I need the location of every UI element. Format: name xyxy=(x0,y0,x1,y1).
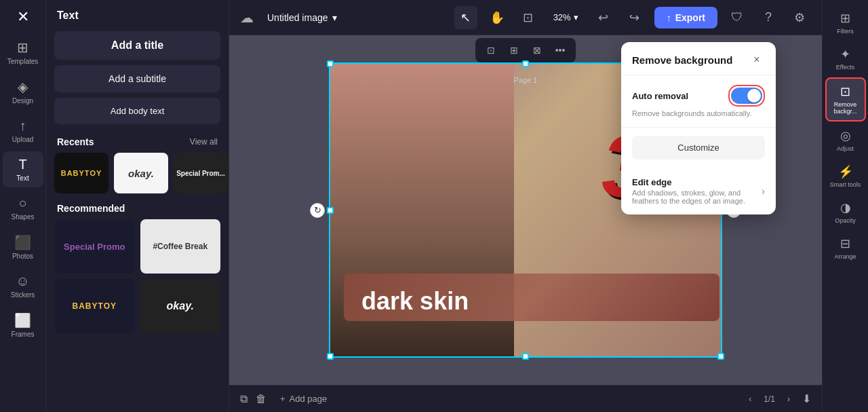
recent-item-special[interactable]: Special Prom... xyxy=(174,153,228,193)
document-title-button[interactable]: Untitled image ▾ xyxy=(262,10,342,26)
rec-item-okay2[interactable]: okay. xyxy=(140,279,221,333)
recents-section-header: Recents View all xyxy=(46,127,229,153)
sidebar-item-label: Stickers xyxy=(11,291,35,299)
handle-middle-left[interactable] xyxy=(327,207,334,214)
text-icon: T xyxy=(18,157,26,172)
main-area: ☁ Untitled image ▾ ↖ ✋ ⊡ 32% ▾ ↩ ↪ ↑ Exp… xyxy=(229,0,822,412)
redo-button[interactable]: ↪ xyxy=(623,6,646,29)
delete-page-icon[interactable]: 🗑 xyxy=(256,393,267,405)
app-logo[interactable]: ✕ xyxy=(17,8,29,26)
next-page-button[interactable]: › xyxy=(781,391,797,407)
handle-top-left[interactable] xyxy=(327,60,334,67)
edit-edge-chevron-right: › xyxy=(762,185,765,198)
sidebar-item-photos[interactable]: ⬛ Photos xyxy=(3,229,43,265)
customize-button[interactable]: Customize xyxy=(632,136,765,160)
recent-item-okay[interactable]: okay. xyxy=(114,153,168,193)
toggle-knob xyxy=(747,89,761,102)
right-item-opacity[interactable]: ◑ Opacity xyxy=(825,195,866,229)
bottom-right: ‹ 1/1 › ⬇ xyxy=(742,391,811,407)
recommended-title: Recommended xyxy=(57,203,125,214)
prev-page-button[interactable]: ‹ xyxy=(742,391,758,407)
dark-skin-area: dark skin xyxy=(361,282,709,321)
document-title-chevron: ▾ xyxy=(332,12,337,23)
adjust-icon: ◎ xyxy=(840,128,851,143)
download-icon[interactable]: ⬇ xyxy=(802,392,811,405)
add-subtitle-button[interactable]: Add a subtitle xyxy=(54,65,220,92)
right-item-label: Remove backgr... xyxy=(831,101,861,115)
export-label: Export xyxy=(675,12,705,23)
crop-button[interactable]: ⊡ xyxy=(481,41,501,60)
sidebar-item-shapes[interactable]: ○ Shapes xyxy=(3,190,43,226)
smart-tools-icon: ⚡ xyxy=(838,164,853,179)
add-page-button[interactable]: + Add page xyxy=(275,391,332,407)
right-item-label: Filters xyxy=(837,28,854,35)
handle-top-middle[interactable] xyxy=(522,60,529,67)
hand-tool-button[interactable]: ✋ xyxy=(486,6,509,29)
panel-close-button[interactable]: × xyxy=(749,52,765,68)
select-tool-button[interactable]: ↖ xyxy=(454,6,477,29)
export-button[interactable]: ↑ Export xyxy=(654,7,717,29)
sidebar-item-upload[interactable]: ↑ Upload xyxy=(3,113,43,149)
handle-bottom-middle[interactable] xyxy=(522,353,529,360)
view-all-link[interactable]: View all xyxy=(190,137,218,147)
handle-bottom-left[interactable] xyxy=(327,353,334,360)
frame-tool-button[interactable]: ⊡ xyxy=(517,6,540,29)
sidebar-item-text[interactable]: T Text xyxy=(3,151,43,187)
edit-edge-content: Edit edge Add shadows, strokes, glow, an… xyxy=(632,177,762,205)
grid-button[interactable]: ⊞ xyxy=(504,41,524,60)
settings-icon[interactable]: ⚙ xyxy=(788,6,811,29)
right-sidebar: ⊞ Filters ✦ Effects ⊡ Remove backgr... ◎… xyxy=(822,0,868,412)
zoom-control[interactable]: 32% ▾ xyxy=(548,10,584,25)
bottom-left: ⧉ 🗑 + Add page xyxy=(240,391,332,407)
sidebar-item-label: Text xyxy=(16,174,28,182)
rec-item-coffee[interactable]: #Coffee Break xyxy=(140,219,221,274)
auto-removal-title: Auto removal xyxy=(632,91,688,101)
auto-removal-toggle[interactable] xyxy=(731,88,762,104)
add-body-button[interactable]: Add body text xyxy=(54,98,220,124)
help-icon[interactable]: ? xyxy=(757,6,780,29)
right-item-remove-bg[interactable]: ⊡ Remove backgr... xyxy=(825,77,866,121)
right-item-effects[interactable]: ✦ Effects xyxy=(825,41,866,76)
undo-button[interactable]: ↩ xyxy=(592,6,615,29)
right-item-adjust[interactable]: ◎ Adjust xyxy=(825,123,866,157)
shield-icon[interactable]: 🛡 xyxy=(726,6,749,29)
cloud-icon[interactable]: ☁ xyxy=(240,10,254,26)
zoom-level: 32% xyxy=(553,12,571,22)
upload-icon: ↑ xyxy=(20,118,26,134)
more-options-button[interactable]: ••• xyxy=(550,41,570,60)
auto-removal-toggle-container[interactable] xyxy=(728,85,765,107)
shapes-icon: ○ xyxy=(18,195,26,211)
rotate-handle-left[interactable]: ↻ xyxy=(310,203,325,218)
sidebar-item-design[interactable]: ◈ Design xyxy=(3,73,43,110)
flip-button[interactable]: ⊠ xyxy=(527,41,547,60)
sidebar-item-templates[interactable]: ⊞ Templates xyxy=(3,34,43,71)
recommended-grid: Special Promo #Coffee Break BABYTOY okay… xyxy=(46,219,229,333)
page-label: Page 1 xyxy=(514,76,538,84)
templates-icon: ⊞ xyxy=(17,39,28,56)
right-item-arrange[interactable]: ⊟ Arrange xyxy=(825,231,866,265)
rec-item-babytoy2[interactable]: BABYTOY xyxy=(54,279,135,333)
photos-icon: ⬛ xyxy=(14,234,31,250)
right-item-label: Effects xyxy=(836,64,854,71)
copy-page-icon[interactable]: ⧉ xyxy=(240,393,248,405)
sidebar-item-label: Templates xyxy=(7,58,39,65)
sidebar-item-label: Shapes xyxy=(12,213,35,221)
sidebar-item-label: Frames xyxy=(12,331,35,338)
add-title-button[interactable]: Add a title xyxy=(54,31,220,60)
zoom-chevron: ▾ xyxy=(574,12,578,22)
opacity-icon: ◑ xyxy=(840,200,851,215)
recommended-section-header: Recommended xyxy=(46,193,229,219)
right-item-label: Adjust xyxy=(837,145,854,152)
recent-item-babytoy[interactable]: BABYTOY xyxy=(54,153,108,193)
right-item-smart-tools[interactable]: ⚡ Smart tools xyxy=(825,159,866,193)
handle-bottom-right[interactable] xyxy=(717,353,724,360)
right-item-filters[interactable]: ⊞ Filters xyxy=(825,5,866,40)
sidebar-item-label: Design xyxy=(12,97,33,105)
add-page-label: Add page xyxy=(290,394,328,404)
sidebar-item-frames[interactable]: ⬜ Frames xyxy=(3,307,43,343)
sidebar-item-stickers[interactable]: ☺ Stickers xyxy=(3,268,43,304)
recents-grid: BABYTOY okay. Special Prom... › xyxy=(46,153,229,193)
edit-edge-section[interactable]: Edit edge Add shadows, strokes, glow, an… xyxy=(621,168,776,214)
rec-item-special-promo[interactable]: Special Promo xyxy=(54,219,135,274)
dark-skin-text: dark skin xyxy=(361,282,709,321)
